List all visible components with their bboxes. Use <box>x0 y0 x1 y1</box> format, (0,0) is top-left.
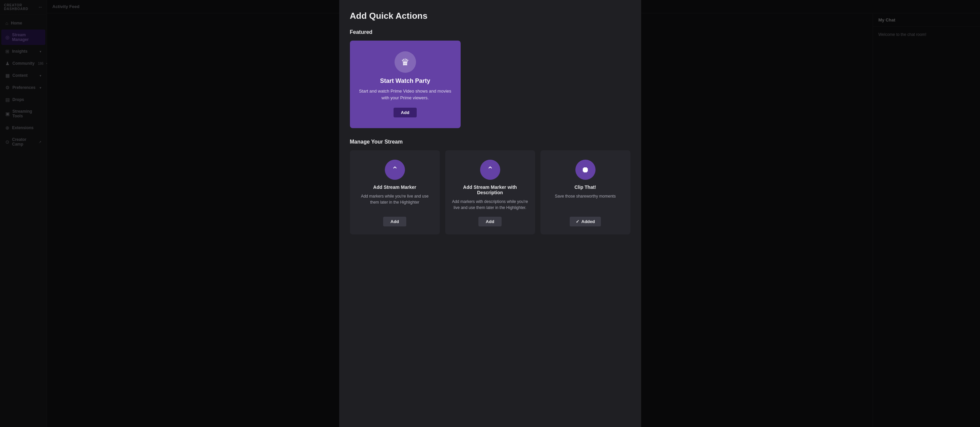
stream-marker-desc-desc: Add markers with descriptions while you'… <box>452 198 528 211</box>
clip-that-icon: ⏺ <box>581 165 589 175</box>
featured-add-button[interactable]: Add <box>393 108 417 117</box>
clip-that-icon-circle: ⏺ <box>575 160 595 180</box>
stream-card-stream-marker-desc: ⌃Add Stream Marker with DescriptionAdd m… <box>445 150 535 235</box>
manage-section: Manage Your Stream ⌃Add Stream MarkerAdd… <box>350 139 630 235</box>
stream-marker-desc-button[interactable]: Add <box>479 217 501 226</box>
stream-marker-desc-icon: ⌃ <box>487 165 493 175</box>
clip-that-desc: Save those shareworthy moments <box>555 193 616 211</box>
featured-title: Start Watch Party <box>380 78 430 84</box>
stream-marker-title: Add Stream Marker <box>373 184 416 190</box>
stream-marker-desc-icon-circle: ⌃ <box>480 160 500 180</box>
manage-cards-grid: ⌃Add Stream MarkerAdd markers while you'… <box>350 150 630 235</box>
stream-card-clip-that: ⏺Clip That!Save those shareworthy moment… <box>541 150 630 235</box>
modal: Add Quick Actions Featured ♛ Start Watch… <box>339 0 641 427</box>
stream-marker-desc: Add markers while you're live and use th… <box>356 193 433 211</box>
stream-card-stream-marker: ⌃Add Stream MarkerAdd markers while you'… <box>350 150 440 235</box>
stream-marker-desc-title: Add Stream Marker with Description <box>452 184 528 195</box>
clip-that-button[interactable]: ✓ Added <box>570 217 601 226</box>
featured-card: ♛ Start Watch Party Start and watch Prim… <box>350 41 461 128</box>
checkmark-icon: ✓ <box>576 219 579 224</box>
stream-marker-icon-circle: ⌃ <box>385 160 405 180</box>
modal-overlay[interactable]: Add Quick Actions Featured ♛ Start Watch… <box>0 0 980 427</box>
crown-icon: ♛ <box>401 57 409 68</box>
featured-section-label: Featured <box>350 29 630 35</box>
stream-marker-icon: ⌃ <box>391 165 398 175</box>
stream-marker-button[interactable]: Add <box>383 217 406 226</box>
manage-section-label: Manage Your Stream <box>350 139 630 145</box>
featured-icon-circle: ♛ <box>395 51 416 73</box>
clip-that-title: Clip That! <box>574 184 596 190</box>
modal-title: Add Quick Actions <box>350 11 630 21</box>
featured-desc: Start and watch Prime Video shows and mo… <box>358 88 453 101</box>
